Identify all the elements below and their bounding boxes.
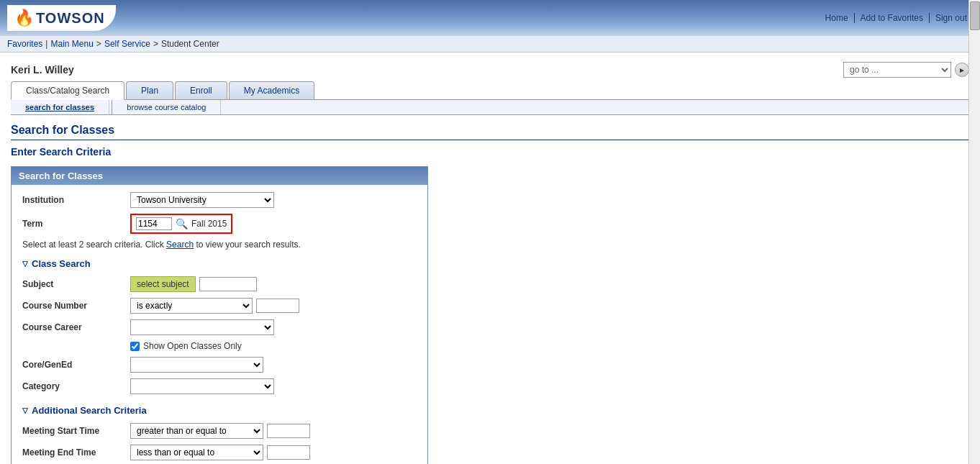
page-header: 🔥 TOWSON Home Add to Favorites Sign out [0, 0, 980, 36]
meeting-start-label: Meeting Start Time [22, 426, 130, 436]
course-career-select[interactable] [130, 319, 274, 335]
term-code-input[interactable] [136, 217, 172, 230]
core-gened-field [130, 357, 263, 373]
sub-tab-browse-catalog[interactable]: browse course catalog [112, 100, 221, 114]
class-search-header[interactable]: ▽ Class Search [22, 258, 417, 269]
subject-field: select subject [130, 276, 257, 292]
goto-select[interactable]: go to ... [843, 62, 951, 78]
main-content: Keri L. Willey go to ... ► Class/Catalog… [0, 53, 980, 464]
search-panel-header: Search for Classes [12, 167, 427, 185]
term-row: Term 🔍 Fall 2015 [22, 214, 417, 234]
tab-my-academics[interactable]: My Academics [229, 81, 314, 99]
meeting-end-row: Meeting End Time less than or equal to g… [22, 445, 417, 460]
course-number-row: Course Number is exactly begins with con… [22, 298, 417, 314]
tab-plan[interactable]: Plan [126, 81, 173, 99]
meeting-start-input[interactable] [267, 424, 310, 438]
additional-search-header[interactable]: ▽ Additional Search Criteria [22, 405, 417, 416]
meeting-start-row: Meeting Start Time greater than or equal… [22, 423, 417, 439]
show-open-label: Show Open Classes Only [143, 341, 242, 351]
goto-button[interactable]: ► [955, 63, 969, 77]
logo-background: 🔥 TOWSON [7, 5, 116, 31]
search-panel: Search for Classes Institution Towson Un… [11, 166, 428, 464]
collapse-arrow-icon: ▽ [22, 260, 28, 268]
breadcrumb-mainmenu[interactable]: Main Menu [50, 39, 93, 49]
subject-row: Subject select subject [22, 276, 417, 292]
breadcrumb-selfservice[interactable]: Self Service [104, 39, 150, 49]
course-career-row: Course Career [22, 319, 417, 335]
main-tabs-row: Class/Catalog Search Plan Enroll My Acad… [11, 81, 969, 99]
institution-select[interactable]: Towson University [130, 192, 274, 208]
term-search-icon[interactable]: 🔍 [176, 218, 188, 229]
page-heading: Search for Classes [11, 124, 969, 140]
select-subject-button[interactable]: select subject [130, 276, 196, 292]
breadcrumb-sep1: | [45, 39, 47, 49]
subject-label: Subject [22, 279, 130, 289]
scrollbar[interactable] [968, 0, 980, 464]
scrollbar-thumb[interactable] [970, 1, 980, 30]
logo-text: TOWSON [36, 10, 105, 27]
tab-enroll[interactable]: Enroll [175, 81, 227, 99]
category-select[interactable] [130, 378, 274, 394]
search-panel-body: Institution Towson University Term 🔍 Fal… [12, 185, 427, 464]
additional-search-section: ▽ Additional Search Criteria Meeting Sta… [22, 405, 417, 460]
category-field [130, 378, 274, 394]
core-gened-select[interactable] [130, 357, 263, 373]
institution-field: Towson University [130, 192, 274, 208]
meeting-end-input[interactable] [267, 445, 310, 460]
breadcrumb-arrow1: > [96, 39, 101, 49]
logo-flame-icon: 🔥 [14, 9, 34, 27]
info-text: Select at least 2 search criteria. Click… [22, 240, 417, 250]
breadcrumb-favorites[interactable]: Favorites [7, 39, 42, 49]
core-gened-label: Core/GenEd [22, 360, 130, 370]
course-number-field: is exactly begins with contains is less … [130, 298, 299, 314]
meeting-start-field: greater than or equal to less than or eq… [130, 423, 310, 439]
meeting-end-label: Meeting End Time [22, 447, 130, 458]
category-row: Category [22, 378, 417, 394]
user-header: Keri L. Willey go to ... ► [11, 56, 969, 81]
institution-label: Institution [22, 195, 130, 205]
course-career-field [130, 319, 274, 335]
term-value: Fall 2015 [191, 219, 227, 229]
category-label: Category [22, 381, 130, 391]
sub-tabs-row: search for classes browse course catalog [11, 99, 969, 114]
course-career-label: Course Career [22, 322, 130, 332]
breadcrumb-studentcenter: Student Center [161, 39, 219, 49]
course-number-label: Course Number [22, 301, 130, 311]
breadcrumb: Favorites | Main Menu > Self Service > S… [0, 36, 980, 53]
search-link[interactable]: Search [166, 240, 194, 250]
sub-tab-search-classes[interactable]: search for classes [11, 100, 109, 114]
page-subheading: Enter Search Criteria [11, 146, 969, 158]
home-link[interactable]: Home [820, 13, 855, 23]
class-search-label: Class Search [32, 258, 91, 269]
core-gened-row: Core/GenEd [22, 357, 417, 373]
add-favorites-link[interactable]: Add to Favorites [855, 13, 930, 23]
show-open-checkbox[interactable] [130, 342, 140, 351]
goto-row: go to ... ► [843, 62, 969, 78]
user-name: Keri L. Willey [11, 64, 74, 76]
course-number-select[interactable]: is exactly begins with contains is less … [130, 298, 253, 314]
tab-class-catalog-search[interactable]: Class/Catalog Search [11, 81, 124, 100]
breadcrumb-arrow2: > [153, 39, 158, 49]
meeting-start-select[interactable]: greater than or equal to less than or eq… [130, 423, 263, 439]
course-number-input[interactable] [256, 299, 299, 313]
additional-collapse-icon: ▽ [22, 406, 28, 414]
logo-area: 🔥 TOWSON [7, 5, 116, 31]
additional-search-label: Additional Search Criteria [32, 405, 147, 416]
term-field-container: 🔍 Fall 2015 [130, 214, 232, 234]
meeting-end-field: less than or equal to greater than or eq… [130, 445, 310, 460]
term-label: Term [22, 219, 130, 229]
tabs-area: Class/Catalog Search Plan Enroll My Acad… [11, 81, 969, 115]
subject-input[interactable] [199, 277, 257, 291]
sign-out-link[interactable]: Sign out [930, 13, 973, 23]
meeting-end-select[interactable]: less than or equal to greater than or eq… [130, 445, 263, 460]
institution-row: Institution Towson University [22, 192, 417, 208]
show-open-row: Show Open Classes Only [130, 341, 417, 351]
top-nav: Home Add to Favorites Sign out [820, 13, 973, 23]
